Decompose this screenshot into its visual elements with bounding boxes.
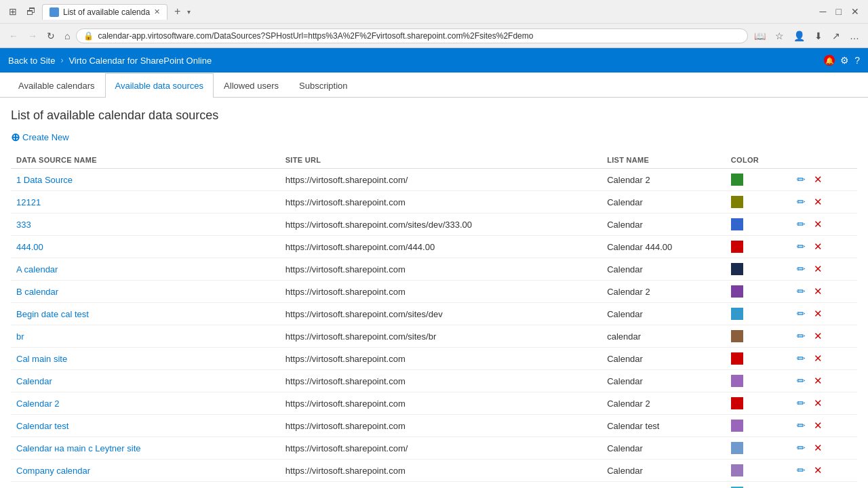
delete-icon: ✕: [814, 196, 823, 207]
back-button[interactable]: ←: [5, 28, 22, 43]
window-close-btn[interactable]: ✕: [848, 4, 863, 19]
delete-button[interactable]: ✕: [811, 284, 825, 299]
table-row: 333 https://virtosoft.sharepoint.com/sit…: [11, 214, 857, 236]
table-row: 444.00 https://virtosoft.sharepoint.com/…: [11, 236, 857, 258]
color-swatch: [731, 375, 743, 387]
tab-available-data-sources[interactable]: Available data sources: [105, 73, 214, 98]
window-min-btn[interactable]: 🗗: [23, 4, 39, 19]
edit-button[interactable]: ✏: [794, 262, 808, 277]
data-source-name-link[interactable]: B calendar: [16, 287, 58, 297]
home-button[interactable]: ⌂: [61, 28, 73, 43]
window-back-btn[interactable]: ⊞: [5, 4, 20, 19]
more-btn[interactable]: …: [846, 28, 863, 43]
cell-color: [726, 281, 789, 303]
delete-button[interactable]: ✕: [811, 217, 825, 232]
data-source-name-link[interactable]: Begin date cal test: [16, 309, 89, 319]
cell-name: Cal main site: [11, 348, 280, 370]
edit-button[interactable]: ✏: [794, 463, 808, 478]
back-to-site-link[interactable]: Back to Site: [8, 56, 55, 66]
edit-button[interactable]: ✏: [794, 217, 808, 232]
tab-close-icon[interactable]: ✕: [154, 7, 160, 16]
data-source-name-link[interactable]: Calendar: [16, 376, 52, 386]
data-source-name-link[interactable]: 1 Data Source: [16, 175, 73, 185]
downloads-btn[interactable]: ⬇: [811, 28, 826, 43]
refresh-button[interactable]: ↻: [43, 28, 58, 43]
edit-icon: ✏: [797, 420, 806, 431]
delete-button[interactable]: ✕: [811, 195, 825, 209]
delete-button[interactable]: ✕: [811, 239, 825, 254]
edit-icon: ✏: [797, 285, 806, 297]
tab-subscription[interactable]: Subscription: [289, 73, 358, 98]
data-source-name-link[interactable]: Company calendar: [16, 466, 90, 476]
edit-button[interactable]: ✏: [794, 329, 808, 344]
reading-list-btn[interactable]: 📖: [751, 28, 769, 43]
data-source-name-link[interactable]: Calendar 2: [16, 399, 60, 409]
address-bar[interactable]: 🔒 calendar-app.virtosoftware.com/DataSou…: [76, 28, 748, 43]
cell-list: Calendar 2: [601, 281, 726, 303]
delete-button[interactable]: ✕: [811, 373, 825, 388]
color-swatch: [731, 420, 743, 432]
delete-icon: ✕: [814, 464, 823, 476]
profile-btn[interactable]: 👤: [790, 28, 808, 43]
notification-badge[interactable]: 🔔: [824, 55, 835, 66]
tab-allowed-users[interactable]: Allowed users: [214, 73, 289, 98]
data-source-name-link[interactable]: Calendar на main c Leytner site: [16, 443, 141, 453]
delete-icon: ✕: [814, 442, 823, 453]
edit-button[interactable]: ✏: [794, 373, 808, 388]
delete-button[interactable]: ✕: [811, 441, 825, 455]
color-swatch: [731, 352, 743, 365]
settings-icon[interactable]: ⚙: [840, 55, 849, 66]
edit-button[interactable]: ✏: [794, 396, 808, 411]
edit-button[interactable]: ✏: [794, 284, 808, 299]
delete-button[interactable]: ✕: [811, 262, 825, 277]
data-source-name-link[interactable]: A calendar: [16, 264, 58, 274]
bookmark-btn[interactable]: ☆: [772, 28, 787, 43]
delete-button[interactable]: ✕: [811, 172, 825, 187]
edit-button[interactable]: ✏: [794, 172, 808, 187]
cell-name: br: [11, 325, 280, 348]
create-new-button[interactable]: ⊕ Create New: [11, 131, 857, 144]
forward-button[interactable]: →: [24, 28, 41, 43]
browser-tab[interactable]: List of available calenda ✕: [42, 4, 167, 20]
share-btn[interactable]: ↗: [829, 28, 844, 43]
new-tab-button[interactable]: +: [170, 5, 184, 18]
cell-list: Calendar: [601, 303, 726, 325]
edit-button[interactable]: ✏: [794, 485, 808, 488]
color-swatch: [731, 442, 743, 454]
delete-button[interactable]: ✕: [811, 351, 825, 366]
tab-available-calendars[interactable]: Available calendars: [8, 73, 105, 98]
cell-actions: ✏ ✕: [789, 281, 857, 303]
cell-actions: ✏ ✕: [789, 482, 857, 489]
window-minimize-btn[interactable]: ─: [816, 4, 830, 19]
edit-button[interactable]: ✏: [794, 351, 808, 366]
data-source-name-link[interactable]: 444.00: [16, 242, 43, 252]
cell-url: https://virtosoft.sharepoint.com: [280, 258, 601, 281]
cell-color: [726, 191, 789, 214]
cell-color: [726, 370, 789, 392]
data-source-name-link[interactable]: 12121: [16, 197, 41, 207]
delete-button[interactable]: ✕: [811, 396, 825, 411]
data-source-name-link[interactable]: Cal main site: [16, 354, 67, 364]
data-source-name-link[interactable]: 333: [16, 220, 31, 230]
tab-dropdown-button[interactable]: ▾: [187, 8, 191, 16]
cell-name: B calendar: [11, 281, 280, 303]
edit-button[interactable]: ✏: [794, 239, 808, 254]
delete-button[interactable]: ✕: [811, 485, 825, 488]
tab-favicon: [50, 7, 59, 17]
edit-button[interactable]: ✏: [794, 418, 808, 433]
delete-button[interactable]: ✕: [811, 306, 825, 321]
data-source-name-link[interactable]: Calendar test: [16, 421, 68, 431]
edit-button[interactable]: ✏: [794, 306, 808, 321]
window-maximize-btn[interactable]: □: [833, 4, 845, 19]
cell-color: [726, 236, 789, 258]
delete-button[interactable]: ✕: [811, 463, 825, 478]
cell-color: [726, 482, 789, 489]
edit-button[interactable]: ✏: [794, 441, 808, 455]
data-source-name-link[interactable]: br: [16, 331, 24, 342]
delete-button[interactable]: ✕: [811, 329, 825, 344]
edit-button[interactable]: ✏: [794, 195, 808, 209]
cell-actions: ✏ ✕: [789, 437, 857, 460]
cell-color: [726, 214, 789, 236]
help-icon[interactable]: ?: [854, 55, 860, 66]
delete-button[interactable]: ✕: [811, 418, 825, 433]
